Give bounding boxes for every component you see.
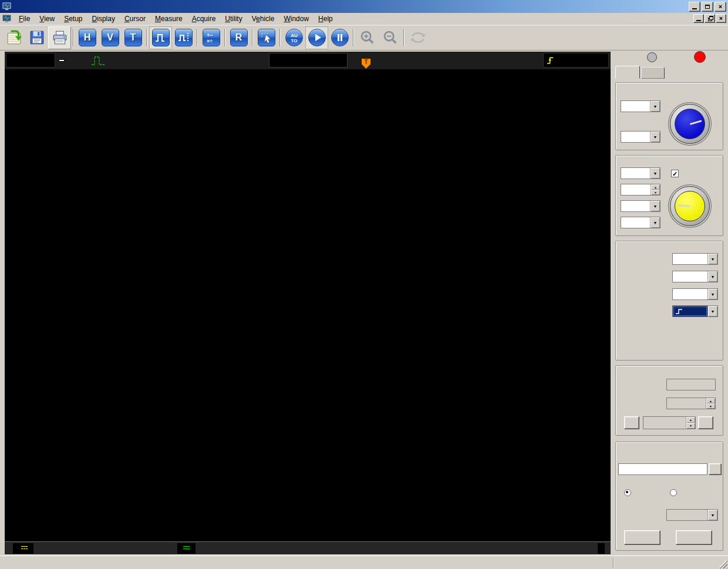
spin-up-icon[interactable]: ▲ bbox=[651, 184, 660, 190]
save-button[interactable] bbox=[25, 26, 48, 49]
chevron-down-icon[interactable]: ▼ bbox=[650, 101, 660, 112]
chevron-down-icon[interactable]: ▼ bbox=[650, 168, 660, 179]
pulse-ref-icon bbox=[175, 29, 193, 46]
length-field bbox=[666, 379, 716, 390]
resize-grip[interactable] bbox=[720, 561, 727, 568]
menu-setup[interactable]: Setup bbox=[59, 13, 87, 25]
move-waveform-group: ▲▼ ▲▼ bbox=[615, 365, 723, 436]
trigger-panel-button[interactable]: T bbox=[122, 26, 144, 49]
zoom-in-button[interactable] bbox=[356, 26, 379, 49]
menu-cursor[interactable]: Cursor bbox=[120, 13, 150, 25]
chevron-down-icon[interactable]: ▼ bbox=[650, 201, 660, 211]
go-to-begin-button bbox=[624, 416, 639, 429]
tab-dds[interactable] bbox=[641, 67, 665, 79]
chevron-down-icon[interactable]: ▼ bbox=[707, 289, 717, 299]
ch4-coupling-icon bbox=[183, 546, 190, 551]
print-icon bbox=[52, 29, 68, 46]
pulse-width-button[interactable] bbox=[149, 26, 172, 49]
vertical-panel-button[interactable]: V bbox=[99, 26, 122, 49]
menu-display[interactable]: Display bbox=[87, 13, 120, 25]
chevron-down-icon[interactable]: ▼ bbox=[707, 254, 717, 264]
document-icon[interactable] bbox=[2, 15, 11, 23]
spin-down-icon[interactable]: ▼ bbox=[651, 190, 660, 195]
toolbar-separator bbox=[353, 29, 354, 46]
probe-select[interactable]: ▼ bbox=[621, 217, 660, 228]
pulse-ref-button[interactable] bbox=[172, 26, 195, 49]
run-button[interactable] bbox=[305, 26, 328, 49]
stop-button bbox=[676, 530, 712, 545]
time-div-select[interactable]: ▼ bbox=[621, 100, 660, 112]
time-div-knob[interactable] bbox=[670, 104, 710, 144]
zoom-out-icon bbox=[382, 29, 399, 46]
horizontal-panel-button[interactable]: H bbox=[76, 26, 99, 49]
control-panel: ▼ ▼ ▼ ✓ ▲▼ bbox=[613, 50, 726, 554]
math-button[interactable]: +−×÷ bbox=[200, 26, 223, 49]
ch4-scale-badge[interactable] bbox=[177, 543, 196, 554]
tab-dso[interactable] bbox=[615, 66, 640, 79]
reference-button[interactable]: R bbox=[227, 26, 250, 49]
toolbar-separator bbox=[224, 29, 225, 46]
open-button[interactable] bbox=[2, 26, 25, 49]
mdi-restore-button[interactable] bbox=[705, 14, 715, 23]
path-input[interactable] bbox=[618, 463, 707, 475]
refresh-button bbox=[406, 26, 429, 49]
menu-file[interactable]: File bbox=[14, 13, 35, 25]
pause-icon bbox=[331, 29, 349, 46]
toolbar-separator bbox=[403, 29, 405, 46]
trigger-info-badge bbox=[543, 53, 609, 68]
minimize-button[interactable] bbox=[689, 2, 700, 12]
vertical-group: ▼ ✓ ▲▼ ▼ ▼ bbox=[615, 155, 723, 236]
trigger-source-select[interactable]: ▼ bbox=[672, 288, 718, 300]
auto-set-button[interactable]: AUTO bbox=[282, 26, 305, 49]
coupling-select[interactable]: ▼ bbox=[621, 200, 660, 212]
mdi-close-button[interactable]: × bbox=[716, 14, 726, 23]
sync-icon bbox=[410, 29, 426, 46]
mdi-minimize-button[interactable] bbox=[693, 14, 704, 23]
menu-measure[interactable]: Measure bbox=[150, 13, 187, 25]
cursor-measure-button[interactable] bbox=[255, 26, 278, 49]
print-button[interactable] bbox=[48, 26, 71, 49]
trigger-group: ▼ ▼ ▼ ▼ bbox=[615, 241, 723, 361]
waveform-preview[interactable] bbox=[269, 53, 348, 68]
storage-radio[interactable] bbox=[624, 489, 631, 496]
chevron-down-icon[interactable]: ▼ bbox=[707, 306, 717, 317]
menu-help[interactable]: Help bbox=[314, 13, 338, 25]
chevron-down-icon[interactable]: ▼ bbox=[650, 217, 660, 228]
format-select[interactable]: ▼ bbox=[621, 131, 660, 143]
menu-view[interactable]: View bbox=[35, 13, 59, 25]
scope-display[interactable] bbox=[5, 69, 611, 541]
menu-vehicle[interactable]: Vehicle bbox=[247, 13, 279, 25]
horizontal-panel-icon: H bbox=[79, 29, 96, 46]
close-button[interactable]: × bbox=[714, 2, 726, 12]
zoom-out-button[interactable] bbox=[379, 26, 402, 49]
maximize-button[interactable] bbox=[702, 2, 713, 12]
ch1-scale-badge[interactable] bbox=[13, 543, 33, 554]
trigger-slope-select[interactable]: ▼ bbox=[672, 305, 718, 317]
channel-onoff-checkbox[interactable]: ✓ bbox=[671, 170, 679, 177]
toolbar: HVT+−×÷RAUTO bbox=[0, 25, 728, 50]
trigger-time-marker[interactable]: T bbox=[362, 59, 370, 69]
chevron-down-icon[interactable]: ▼ bbox=[707, 271, 717, 282]
position-stepper: ▲▼ bbox=[643, 416, 696, 429]
trigger-sweep-select[interactable]: ▼ bbox=[672, 271, 718, 282]
chevron-down-icon[interactable]: ▼ bbox=[650, 132, 660, 142]
browse-button[interactable] bbox=[709, 463, 722, 475]
horizontal-group: ▼ ▼ bbox=[615, 82, 723, 150]
pause-button[interactable] bbox=[328, 26, 351, 49]
app-window: × FileViewSetupDisplayCursorMeasureAcqui… bbox=[0, 0, 728, 569]
svg-text:×÷: ×÷ bbox=[207, 38, 213, 44]
trigger-slope-icon bbox=[547, 56, 555, 65]
channel-select[interactable]: ▼ bbox=[621, 167, 660, 179]
toolbar-separator bbox=[252, 29, 253, 46]
volts-div-stepper[interactable]: ▲▼ bbox=[621, 184, 660, 196]
recorder-group: ▼ bbox=[615, 442, 723, 551]
menu-utility[interactable]: Utility bbox=[220, 13, 247, 25]
trigger-panel-icon: T bbox=[124, 29, 142, 46]
volts-div-knob[interactable] bbox=[670, 186, 710, 226]
trigger-mode-select[interactable]: ▼ bbox=[672, 253, 718, 265]
start-button[interactable] bbox=[624, 530, 660, 545]
playback-radio[interactable] bbox=[670, 489, 677, 496]
toolbar-separator bbox=[73, 29, 74, 46]
menu-window[interactable]: Window bbox=[279, 13, 314, 25]
menu-acquire[interactable]: Acquire bbox=[187, 13, 221, 25]
